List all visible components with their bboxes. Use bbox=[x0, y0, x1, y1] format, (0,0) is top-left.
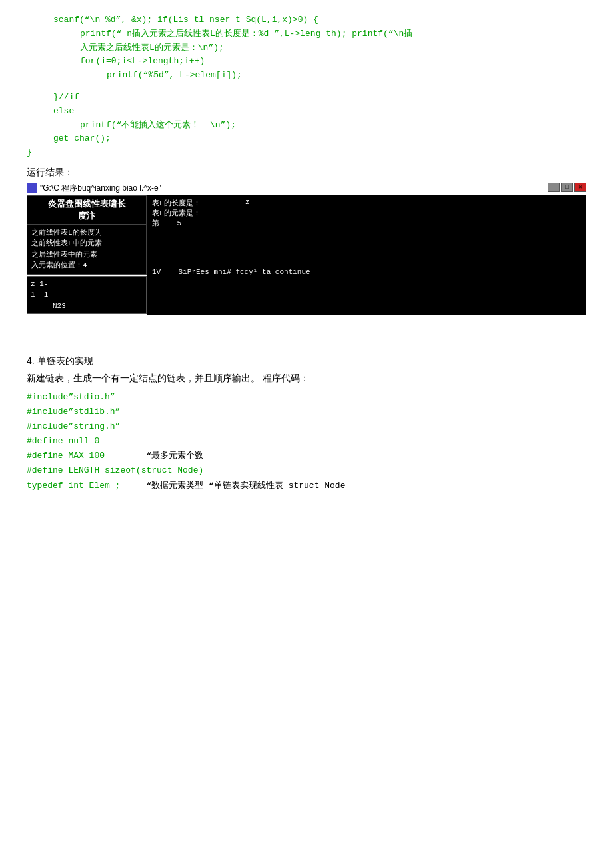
s4-code-6: #define LENGTH sizeof(struct Node) bbox=[27, 463, 586, 478]
s4-code-4: #define null 0 bbox=[27, 434, 586, 449]
minimize-button[interactable]: — bbox=[548, 183, 560, 192]
s4-code-1: #include”stdio.h” bbox=[27, 390, 586, 405]
s4-code-3: #include”string.h” bbox=[27, 419, 586, 434]
terminal-icon bbox=[27, 183, 37, 193]
run-result-label: 运行结果： bbox=[27, 167, 586, 179]
s4-code-7: typedef int Elem ; “数据元素类型 “单链表实现线性表 str… bbox=[27, 479, 586, 493]
terminal-controls: — □ ✕ bbox=[548, 183, 586, 192]
code-line-9: get char(); bbox=[27, 132, 586, 146]
terminal-title-text: "G:\C 程序buq^ianxing biao l.^x-e" bbox=[40, 183, 161, 194]
section4-title: 4. 单链表的实现 bbox=[27, 355, 586, 367]
code-line-5: printf(“%5d”, L->elem[i]); bbox=[27, 69, 586, 83]
code-line-7: else bbox=[27, 105, 586, 119]
terminal-right-area: 表L的长度是： 表L的元素是： 第 5 z 1V SiPrEes mni# fc… bbox=[147, 195, 586, 315]
s4-code-2: #include”stdlib.h” bbox=[27, 405, 586, 419]
terminal-popup-title: 炎器盘围线性表啸长度汴 bbox=[27, 195, 147, 225]
code-line-8: printf(“不能插入这个元素！ \n”); bbox=[27, 119, 586, 133]
close-button[interactable]: ✕ bbox=[574, 183, 586, 192]
terminal-titlebar: "G:\C 程序buq^ianxing biao l.^x-e" — □ ✕ bbox=[27, 183, 586, 194]
code-line-1: scanf(“\n %d”, &x); if(Lis tl nser t_Sq(… bbox=[27, 13, 586, 27]
terminal-middle-content: 表L的长度是： 表L的元素是： 第 5 bbox=[152, 198, 232, 228]
code-section: scanf(“\n %d”, &x); if(Lis tl nser t_Sq(… bbox=[27, 13, 586, 160]
section4-description: 新建链表，生成一个有一定结点的链表，并且顺序输出。 程序代码： bbox=[27, 373, 586, 385]
code-line-3: 入元素之后线性表L的元素是：\n”); bbox=[27, 41, 586, 55]
terminal-bottom-status: 1V SiPrEes mni# fccy¹ ta continue bbox=[152, 268, 581, 276]
section4: 4. 单链表的实现 新建链表，生成一个有一定结点的链表，并且顺序输出。 程序代码… bbox=[27, 355, 586, 493]
terminal-popup-body: 之前线性表L的长度为 之前线性表L中的元素 之居线性表中的元素 入元素的位置：4 bbox=[27, 225, 147, 275]
s4-code-5: #define MAX 100 “最多元素个数 bbox=[27, 449, 586, 463]
code-line-10: } bbox=[27, 146, 586, 160]
terminal-inner-popup: z 1- 1- 1- N23 bbox=[27, 276, 147, 315]
terminal-right-value: z bbox=[232, 198, 250, 206]
code-line-4: for(i=0;i<L->length;i++) bbox=[27, 55, 586, 69]
terminal-container: "G:\C 程序buq^ianxing biao l.^x-e" — □ ✕ 炎… bbox=[27, 183, 586, 315]
code-line-6: }//if bbox=[27, 91, 586, 105]
maximize-button[interactable]: □ bbox=[561, 183, 573, 192]
code-line-2: printf(“ n插入元素之后线性表L的长度是：%d ”,L->leng th… bbox=[27, 27, 586, 41]
